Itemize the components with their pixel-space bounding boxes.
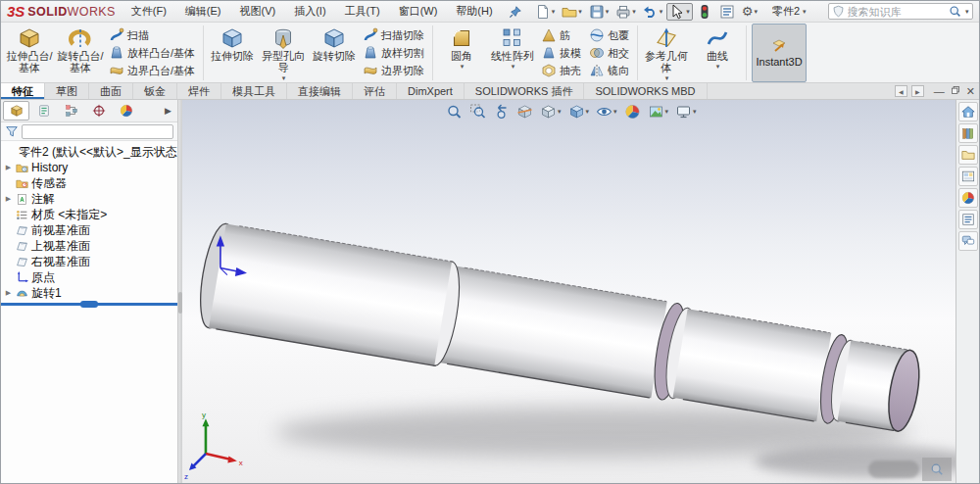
extruded-cut-button[interactable]: 拉伸切除 <box>207 24 258 82</box>
file-explorer-button[interactable] <box>958 145 978 165</box>
tree-item-sensors[interactable]: 传感器 <box>1 175 177 191</box>
menu-tools[interactable]: 工具(T) <box>343 3 382 20</box>
tab-surfaces[interactable]: 曲面 <box>89 83 133 99</box>
knowledge-base-search[interactable]: ▾ <box>828 3 973 20</box>
boundary-boss-button[interactable]: 边界凸台/基体 <box>106 62 200 79</box>
options-button[interactable]: ⚙▾ <box>739 3 760 21</box>
panel-expand-arrow[interactable]: ▶ <box>161 106 175 116</box>
hole-wizard-caret[interactable]: ▾ <box>282 74 286 81</box>
zoom-to-area-button[interactable] <box>466 102 489 121</box>
rib-button[interactable]: 筋 <box>538 26 586 44</box>
menu-file[interactable]: 文件(F) <box>129 3 169 20</box>
tab-direct-editing[interactable]: 直接编辑 <box>287 83 353 99</box>
tree-item-top-plane[interactable]: 上视基准面 <box>1 238 177 254</box>
doc-close-button[interactable]: ✕ <box>966 85 975 98</box>
home-tab-button[interactable] <box>958 102 978 121</box>
displaymanager-tab[interactable] <box>113 101 139 121</box>
doc-minimize-button[interactable]: — <box>934 85 945 98</box>
tab-weldments[interactable]: 焊件 <box>177 83 221 99</box>
shell-button[interactable]: 抽壳 <box>538 62 586 79</box>
tab-dimxpert[interactable]: DimXpert <box>397 83 465 99</box>
revolved-boss-base-button[interactable]: 旋转凸台/基体 <box>55 24 106 82</box>
draft-button[interactable]: 拔模 <box>538 44 586 62</box>
expand-arrow[interactable]: ▶ <box>4 289 13 297</box>
search-icon[interactable] <box>949 5 961 18</box>
undo-button[interactable]: ▾ <box>640 3 666 21</box>
tree-item-revolve1[interactable]: ▶ 旋转1 <box>1 285 177 301</box>
extruded-boss-base-button[interactable]: 拉伸凸台/基体 <box>4 24 55 82</box>
menu-help[interactable]: 帮助(H) <box>454 3 494 20</box>
custom-properties-button[interactable] <box>958 210 978 229</box>
performance-evaluation-button[interactable] <box>694 3 715 21</box>
pin-menu-icon[interactable] <box>509 4 522 20</box>
expand-arrow[interactable]: ▶ <box>4 195 13 203</box>
save-button[interactable]: ▾ <box>586 3 612 21</box>
propertymanager-tab[interactable] <box>30 101 57 121</box>
tab-mold-tools[interactable]: 模具工具 <box>221 83 287 99</box>
document-switcher[interactable]: 零件2▾ <box>772 4 807 19</box>
tab-features[interactable]: 特征 <box>1 83 45 99</box>
view-orientation-button[interactable]: ▾ <box>537 102 564 121</box>
revolved-cut-button[interactable]: 旋转切除 <box>309 24 360 82</box>
zoom-to-fit-button[interactable] <box>443 102 466 121</box>
configurationmanager-tab[interactable] <box>58 101 84 121</box>
section-view-button[interactable] <box>514 102 536 121</box>
fillet-caret[interactable]: ▾ <box>461 63 465 70</box>
menu-edit[interactable]: 编辑(E) <box>183 3 223 20</box>
design-library-button[interactable] <box>958 123 978 143</box>
tree-item-front-plane[interactable]: 前视基准面 <box>1 222 177 238</box>
new-document-button[interactable]: ▾ <box>532 3 559 21</box>
featuremanager-tree-tab[interactable] <box>3 101 29 121</box>
reference-geometry-caret[interactable]: ▾ <box>665 74 669 81</box>
expand-arrow[interactable]: ▶ <box>4 164 13 171</box>
tab-scroll-right[interactable]: ▶ <box>911 85 924 97</box>
view-palette-button[interactable] <box>958 167 978 186</box>
tab-sketch[interactable]: 草图 <box>45 83 89 99</box>
linear-pattern-button[interactable]: 线性阵列 ▾ <box>487 24 538 82</box>
3d-viewport[interactable]: y x z ▾ ▾ ▾ ▾ ▾ <box>182 100 956 483</box>
hole-wizard-button[interactable]: 异型孔向导 ▾ <box>258 24 309 82</box>
linear-pattern-caret[interactable]: ▾ <box>512 63 515 70</box>
menu-insert[interactable]: 插入(I) <box>292 3 327 20</box>
swept-boss-button[interactable]: 扫描 <box>106 26 200 44</box>
reference-geometry-button[interactable]: 参考几何体 ▾ <box>641 24 692 82</box>
view-settings-button[interactable]: ▾ <box>672 102 700 121</box>
search-options-caret[interactable]: ▾ <box>965 8 969 15</box>
tree-item-origin[interactable]: 原点 <box>1 269 177 285</box>
curves-caret[interactable]: ▾ <box>716 63 720 70</box>
display-style-button[interactable]: ▾ <box>565 102 593 121</box>
tree-root-part[interactable]: 零件2 (默认<<默认>_显示状态 1>) <box>1 144 177 160</box>
tree-item-right-plane[interactable]: 右视基准面 <box>1 254 177 269</box>
edit-appearance-button[interactable] <box>621 102 644 121</box>
tab-solidworks-addins[interactable]: SOLIDWORKS 插件 <box>465 83 585 99</box>
fillet-button[interactable]: 圆角 ▾ <box>436 24 487 82</box>
tab-sheet-metal[interactable]: 钣金 <box>133 83 177 99</box>
swept-cut-button[interactable]: 扫描切除 <box>360 26 429 44</box>
rollback-bar[interactable] <box>1 303 177 306</box>
appearances-scenes-button[interactable] <box>958 188 978 208</box>
lofted-boss-button[interactable]: 放样凸台/基体 <box>106 44 200 62</box>
print-button[interactable]: ▾ <box>612 3 639 21</box>
menu-view[interactable]: 视图(V) <box>238 3 278 20</box>
search-input[interactable] <box>848 6 946 18</box>
tree-item-annotations[interactable]: ▶ 注解 <box>1 191 177 207</box>
boundary-cut-button[interactable]: 边界切除 <box>360 62 429 79</box>
wrap-button[interactable]: 包覆 <box>586 26 634 44</box>
solidworks-forum-button[interactable] <box>958 231 978 251</box>
hide-show-items-button[interactable]: ▾ <box>593 102 620 121</box>
doc-restore-button[interactable] <box>951 85 960 98</box>
menu-window[interactable]: 窗口(W) <box>397 3 440 20</box>
file-properties-button[interactable] <box>716 3 738 21</box>
intersect-button[interactable]: 相交 <box>586 44 634 62</box>
tree-item-material[interactable]: 材质 <未指定> <box>1 207 177 222</box>
tree-item-history[interactable]: ▶ History <box>1 160 177 175</box>
dimxpertmanager-tab[interactable] <box>85 101 112 121</box>
select-tool-button[interactable]: ▾ <box>666 3 693 21</box>
lofted-cut-button[interactable]: 放样切割 <box>360 44 429 62</box>
tab-solidworks-mbd[interactable]: SOLIDWORKS MBD <box>584 83 707 99</box>
tab-evaluate[interactable]: 评估 <box>353 83 397 99</box>
previous-view-button[interactable] <box>490 102 513 121</box>
mirror-button[interactable]: 镜向 <box>586 62 634 79</box>
instant3d-toggle[interactable]: Instant3D <box>752 24 807 82</box>
tree-filter-input[interactable] <box>22 124 173 139</box>
